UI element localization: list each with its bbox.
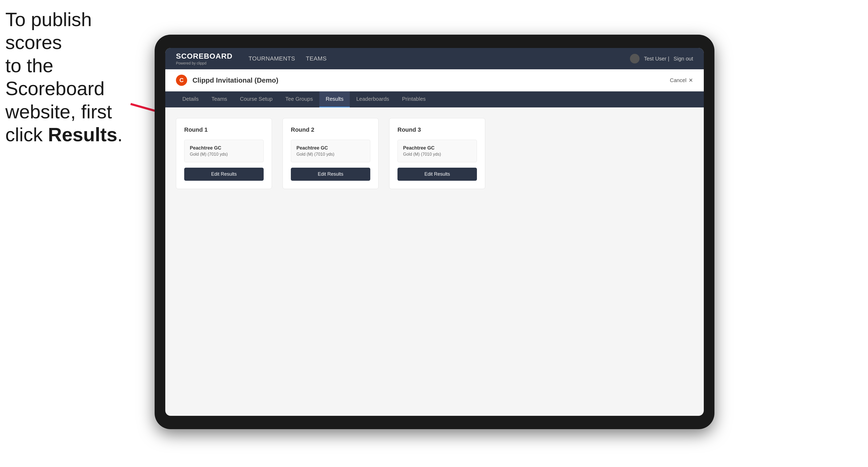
cancel-label: Cancel	[670, 77, 686, 84]
annotation-line4-bold: Results	[48, 124, 117, 145]
round-1-course-card: Peachtree GC Gold (M) (7010 yds)	[184, 140, 264, 162]
annotation-line1: To publish scores	[5, 9, 92, 53]
top-nav: SCOREBOARD Powered by clippd TOURNAMENTS…	[165, 48, 704, 69]
user-name: Test User |	[644, 56, 669, 62]
tab-bar: Details Teams Course Setup Tee Groups Re…	[165, 91, 704, 107]
round-3-course-details: Gold (M) (7010 yds)	[403, 152, 471, 157]
tournament-header: C Clippd Invitational (Demo) Cancel ✕	[165, 69, 704, 91]
round-3-course-card: Peachtree GC Gold (M) (7010 yds)	[398, 140, 477, 162]
main-content: Round 1 Peachtree GC Gold (M) (7010 yds)…	[165, 107, 704, 416]
round-1-course-details: Gold (M) (7010 yds)	[190, 152, 258, 157]
round-2-title: Round 2	[291, 126, 370, 133]
logo-text: SCOREBOARD	[176, 52, 232, 61]
tournament-title-area: C Clippd Invitational (Demo)	[176, 75, 278, 86]
logo-sub: Powered by clippd	[176, 61, 232, 65]
tournament-name: Clippd Invitational (Demo)	[192, 76, 278, 85]
tablet-screen: SCOREBOARD Powered by clippd TOURNAMENTS…	[165, 48, 704, 416]
round-card-3: Round 3 Peachtree GC Gold (M) (7010 yds)…	[389, 118, 485, 189]
nav-link-teams[interactable]: TEAMS	[306, 55, 327, 62]
round-2-course-card: Peachtree GC Gold (M) (7010 yds)	[291, 140, 370, 162]
tab-tee-groups[interactable]: Tee Groups	[279, 91, 319, 107]
annotation-line3: website, first	[5, 101, 112, 122]
annotation-line4-suffix: .	[117, 124, 123, 145]
round-2-course-name: Peachtree GC	[297, 145, 365, 151]
round-3-title: Round 3	[398, 126, 477, 133]
nav-right: Test User | Sign out	[630, 54, 693, 63]
round-card-1: Round 1 Peachtree GC Gold (M) (7010 yds)…	[176, 118, 272, 189]
nav-links: TOURNAMENTS TEAMS	[248, 55, 630, 62]
tab-teams[interactable]: Teams	[205, 91, 234, 107]
cancel-button[interactable]: Cancel ✕	[670, 77, 693, 84]
annotation-line2: to the Scoreboard	[5, 55, 104, 99]
round-3-course-name: Peachtree GC	[403, 145, 471, 151]
round-2-course-details: Gold (M) (7010 yds)	[297, 152, 365, 157]
tab-details[interactable]: Details	[176, 91, 205, 107]
tab-leaderboards[interactable]: Leaderboards	[350, 91, 395, 107]
round-1-title: Round 1	[184, 126, 264, 133]
sign-out-link[interactable]: Sign out	[674, 56, 693, 62]
close-icon: ✕	[689, 77, 693, 84]
user-avatar	[630, 54, 640, 63]
nav-link-tournaments[interactable]: TOURNAMENTS	[248, 55, 295, 62]
logo-area: SCOREBOARD Powered by clippd	[176, 52, 232, 65]
edit-results-button-1[interactable]: Edit Results	[184, 168, 264, 181]
rounds-grid: Round 1 Peachtree GC Gold (M) (7010 yds)…	[176, 118, 693, 189]
annotation-left: To publish scores to the Scoreboard webs…	[5, 8, 133, 146]
round-card-2: Round 2 Peachtree GC Gold (M) (7010 yds)…	[283, 118, 378, 189]
tab-results[interactable]: Results	[319, 91, 350, 107]
tournament-icon: C	[176, 75, 187, 86]
edit-results-button-3[interactable]: Edit Results	[398, 168, 477, 181]
tablet-device: SCOREBOARD Powered by clippd TOURNAMENTS…	[155, 35, 714, 429]
round-1-course-name: Peachtree GC	[190, 145, 258, 151]
tab-printables[interactable]: Printables	[396, 91, 432, 107]
tab-course-setup[interactable]: Course Setup	[234, 91, 279, 107]
annotation-line4-prefix: click	[5, 124, 48, 145]
edit-results-button-2[interactable]: Edit Results	[291, 168, 370, 181]
